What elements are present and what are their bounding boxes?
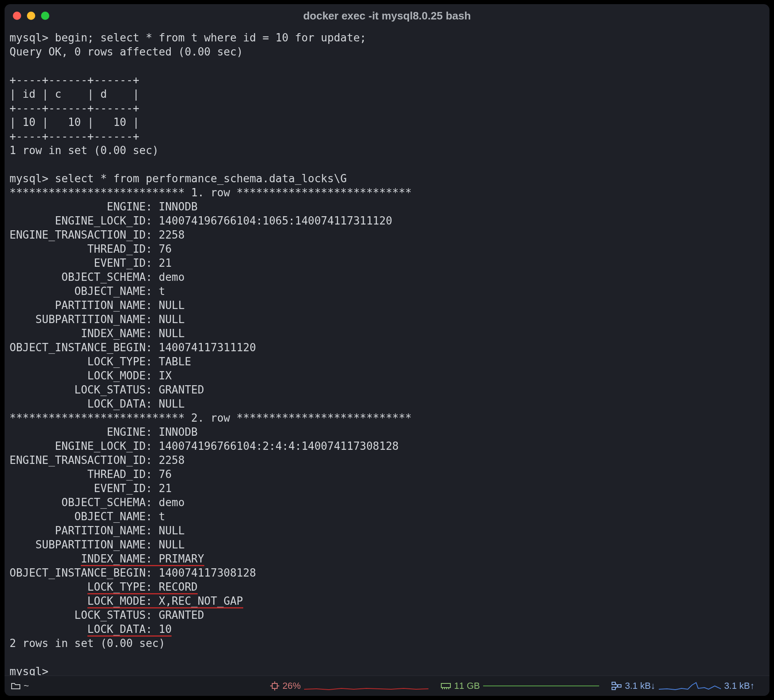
kv-val-engine: INNODB <box>159 200 198 213</box>
highlight-lock_type: LOCK_TYPE: RECORD <box>87 581 198 593</box>
mem-sparkline <box>483 681 599 691</box>
row-separator-1: *************************** 1. row *****… <box>10 186 412 199</box>
kv-key-object_name: OBJECT_NAME: <box>10 285 159 297</box>
kv-val-engine: INNODB <box>159 426 198 438</box>
close-icon[interactable] <box>13 12 21 20</box>
net-up-value: 3.1 kB↑ <box>724 679 755 693</box>
net-segment: 3.1 kB↓ 3.1 kB↑ <box>612 679 755 693</box>
kv-val-object_instance_begin: 140074117308128 <box>159 567 256 579</box>
rows-footer: 2 rows in set (0.00 sec) <box>10 637 165 649</box>
kv-key-thread_id: THREAD_ID: <box>10 468 159 480</box>
status-bar: ~ 26% 11 GB <box>5 676 769 696</box>
net-sparkline <box>659 681 721 691</box>
kv-key-event_id: EVENT_ID: <box>10 482 159 495</box>
kv-val-object_name: t <box>159 285 165 297</box>
mysql-prompt: mysql> <box>10 31 55 44</box>
kv-key-lock_data: LOCK_DATA: <box>10 398 159 410</box>
highlight-lock_mode: LOCK_MODE: X,REC_NOT_GAP <box>87 595 243 607</box>
window-controls <box>13 12 49 20</box>
query-2: select * from performance_schema.data_lo… <box>55 172 347 185</box>
net-icon <box>612 682 622 690</box>
svg-rect-0 <box>272 683 277 688</box>
net-down-value: 3.1 kB↓ <box>625 679 655 693</box>
kv-key-subpartition_name: SUBPARTITION_NAME: <box>10 313 159 326</box>
kv-val-lock_status: GRANTED <box>159 609 204 621</box>
cwd-path: ~ <box>24 679 29 693</box>
kv-val-object_name: t <box>159 510 165 523</box>
mem-segment: 11 GB <box>441 679 599 693</box>
mem-value: 11 GB <box>454 679 480 693</box>
kv-val-subpartition_name: NULL <box>159 313 185 326</box>
kv-key-engine_lock_id: ENGINE_LOCK_ID: <box>10 440 159 452</box>
kv-val-partition_name: NULL <box>159 299 185 311</box>
kv-key-partition_name: PARTITION_NAME: <box>10 299 159 311</box>
maximize-icon[interactable] <box>41 12 49 20</box>
kv-key-engine_transaction_id: ENGINE_TRANSACTION_ID: <box>10 229 159 241</box>
table-footer: 1 row in set (0.00 sec) <box>10 144 159 157</box>
svg-rect-10 <box>612 682 615 685</box>
kv-val-subpartition_name: NULL <box>159 538 185 551</box>
cpu-segment: 26% <box>270 679 428 693</box>
kv-val-thread_id: 76 <box>159 468 172 480</box>
kv-key-object_instance_begin: OBJECT_INSTANCE_BEGIN: <box>10 567 159 579</box>
kv-val-lock_data: NULL <box>159 398 185 410</box>
ram-icon <box>441 682 451 690</box>
titlebar: docker exec -it mysql8.0.25 bash <box>5 4 769 27</box>
kv-val-engine_lock_id: 140074196766104:1065:140074117311120 <box>159 215 392 227</box>
kv-val-engine_transaction_id: 2258 <box>159 229 185 241</box>
folder-icon <box>11 682 20 690</box>
cpu-sparkline <box>304 681 428 691</box>
row-separator-2: *************************** 2. row *****… <box>10 412 412 424</box>
kv-key-lock_status: LOCK_STATUS: <box>10 609 159 621</box>
kv-key-engine: ENGINE: <box>10 200 159 213</box>
kv-key-engine_lock_id: ENGINE_LOCK_ID: <box>10 215 159 227</box>
kv-key-thread_id: THREAD_ID: <box>10 243 159 255</box>
kv-val-lock_type: TABLE <box>159 355 191 368</box>
svg-rect-11 <box>612 687 615 690</box>
minimize-icon[interactable] <box>27 12 35 20</box>
highlight-index_name: INDEX_NAME: PRIMARY <box>81 553 204 565</box>
svg-rect-5 <box>441 683 450 688</box>
kv-val-lock_status: GRANTED <box>159 384 204 396</box>
kv-val-engine_lock_id: 140074196766104:2:4:4:140074117308128 <box>159 440 399 452</box>
cpu-icon <box>270 681 279 690</box>
window-title: docker exec -it mysql8.0.25 bash <box>5 9 769 23</box>
kv-key-index_name: INDEX_NAME: <box>10 327 159 340</box>
kv-val-thread_id: 76 <box>159 243 172 255</box>
table-header: | id | c | d | <box>10 88 139 100</box>
terminal-window: docker exec -it mysql8.0.25 bash mysql> … <box>5 4 769 696</box>
kv-key-lock_type: LOCK_TYPE: <box>10 355 159 368</box>
table-border: +----+------+------+ <box>10 130 139 142</box>
kv-key-subpartition_name: SUBPARTITION_NAME: <box>10 538 159 551</box>
kv-val-object_instance_begin: 140074117311120 <box>159 341 256 354</box>
kv-key-object_instance_begin: OBJECT_INSTANCE_BEGIN: <box>10 341 159 354</box>
kv-val-partition_name: NULL <box>159 524 185 537</box>
kv-val-event_id: 21 <box>159 482 172 495</box>
kv-key-object_schema: OBJECT_SCHEMA: <box>10 271 159 283</box>
svg-rect-12 <box>618 685 621 687</box>
table-border: +----+------+------+ <box>10 74 139 86</box>
query-1-result: Query OK, 0 rows affected (0.00 sec) <box>10 46 243 58</box>
kv-val-engine_transaction_id: 2258 <box>159 454 185 466</box>
kv-key-engine: ENGINE: <box>10 426 159 438</box>
kv-val-event_id: 21 <box>159 257 172 269</box>
kv-key-event_id: EVENT_ID: <box>10 257 159 269</box>
kv-key-object_schema: OBJECT_SCHEMA: <box>10 496 159 509</box>
kv-key-engine_transaction_id: ENGINE_TRANSACTION_ID: <box>10 454 159 466</box>
kv-val-object_schema: demo <box>159 271 185 283</box>
kv-key-partition_name: PARTITION_NAME: <box>10 524 159 537</box>
kv-val-lock_mode: IX <box>159 369 172 382</box>
cwd-segment: ~ <box>11 679 29 693</box>
mysql-prompt: mysql> <box>10 172 55 185</box>
kv-val-index_name: NULL <box>159 327 185 340</box>
highlight-lock_data: LOCK_DATA: 10 <box>87 623 172 635</box>
kv-key-object_name: OBJECT_NAME: <box>10 510 159 523</box>
terminal-output[interactable]: mysql> begin; select * from t where id =… <box>5 27 769 678</box>
cpu-value: 26% <box>283 679 301 693</box>
kv-key-lock_mode: LOCK_MODE: <box>10 369 159 382</box>
table-row: | 10 | 10 | 10 | <box>10 116 139 128</box>
kv-key-lock_status: LOCK_STATUS: <box>10 384 159 396</box>
kv-val-object_schema: demo <box>159 496 185 509</box>
table-border: +----+------+------+ <box>10 102 139 114</box>
query-1: begin; select * from t where id = 10 for… <box>55 31 366 44</box>
